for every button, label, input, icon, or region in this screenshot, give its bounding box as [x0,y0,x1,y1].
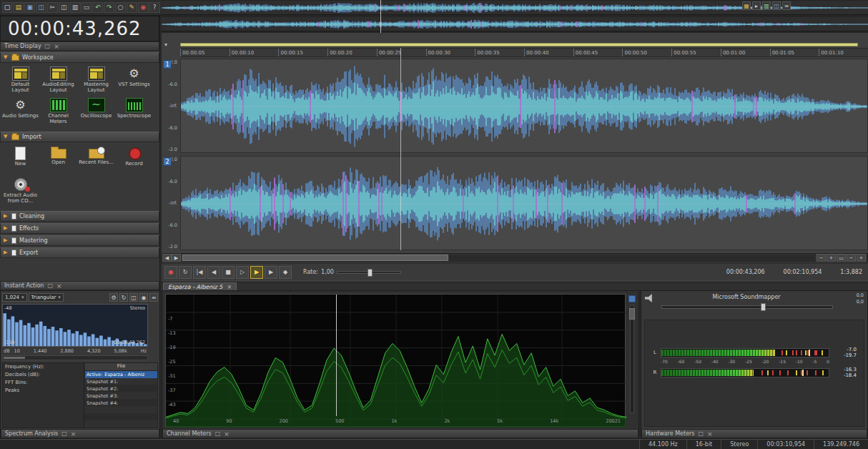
waveform-channel-1[interactable] [180,59,868,153]
import-item[interactable]: Record [115,144,153,175]
tab-close-icon[interactable] [227,284,232,290]
active-file-row[interactable]: Active: Esparza - Albeniz [85,371,157,378]
zoom-out-time-button[interactable]: − [817,254,826,262]
video-view-icon[interactable]: ▸ [752,1,761,10]
import-item[interactable]: Recent Files... [77,144,115,175]
frequency-cursor[interactable] [336,295,337,416]
section-header[interactable]: Cleaning [0,211,159,222]
workspace-item[interactable]: AudioEditing Layout [39,64,77,96]
stop-button[interactable]: ■ [222,266,235,279]
playback-cursor[interactable] [400,48,401,250]
close-panel-icon[interactable] [707,430,713,438]
scroll-left-icon[interactable]: ◀ [162,254,172,262]
go-to-start-button[interactable]: |◀ [193,266,206,279]
waveform-channel-2[interactable] [180,156,868,250]
position-overview-bar[interactable] [180,43,858,46]
open-file-icon[interactable]: ▤ [13,2,24,13]
forward-button[interactable]: ▶ [265,266,277,279]
output-gain-thumb[interactable] [761,303,766,311]
mixer-view-icon[interactable]: ▦ [742,1,751,10]
copy-icon[interactable]: ◫ [59,2,69,13]
zoom-out-level-button[interactable]: − [847,254,856,262]
loop-playback-button[interactable]: ↻ [179,266,192,279]
edit-tool-icon[interactable]: ✎ [127,2,137,13]
close-panel-icon[interactable] [56,282,62,290]
float-panel-icon[interactable] [699,430,704,437]
meter-scale-thumb[interactable] [629,308,635,320]
undo-icon[interactable]: ↶ [92,2,103,13]
spectrum-scrollbar[interactable] [2,355,148,360]
trim-icon[interactable]: ▭ [82,2,92,13]
zoom-in-level-button[interactable]: + [857,254,866,262]
save-all-icon[interactable]: ◫ [36,2,46,13]
scroll-right-icon[interactable]: ▶ [172,254,181,262]
snapshot-row[interactable]: Snapshot #1: [85,378,157,385]
record-indicator-icon[interactable]: ◉ [138,2,149,13]
spectrum-refresh-icon[interactable]: ↻ [119,293,128,302]
ruler-menu-icon[interactable] [164,41,167,48]
play-button[interactable]: ▶ [250,266,263,279]
hardware-meters-title-bar[interactable]: Hardware Meters [641,429,867,438]
horizontal-scrollbar[interactable]: ◀ ▶ −+▭−+ [162,253,868,262]
meter-right-bar[interactable] [661,368,829,378]
spectrum-scrollbar-thumb[interactable] [4,357,25,359]
workspace-section-header[interactable]: Workspace [0,52,159,63]
fft-size-select[interactable]: 1,024 [2,293,27,302]
workspace-item[interactable]: Channel Meters [39,96,77,127]
rate-slider-thumb[interactable] [368,269,373,277]
rewind-button[interactable]: ◀ [207,266,220,279]
more-tools-icon[interactable]: ≡ [782,1,791,10]
scrub-button[interactable]: ◆ [279,266,292,279]
waveform-overview[interactable]: ▦▸▥◫≡ [162,0,868,33]
zoom-tool-icon[interactable]: ○ [115,2,126,13]
channel-meters-title-bar[interactable]: Channel Meters [162,429,638,438]
close-panel-icon[interactable] [71,430,77,438]
close-panel-icon[interactable] [54,43,59,50]
import-item[interactable]: Open [39,144,77,175]
meter-mode-icon[interactable] [628,295,636,302]
meter-scale-scrollbar[interactable] [630,305,634,413]
workspace-item[interactable]: Oscilloscope [77,96,115,127]
channel-2-badge[interactable]: 2 [163,157,172,166]
new-file-icon[interactable]: ▢ [2,2,13,13]
section-header[interactable]: Mastering [0,235,159,246]
close-panel-icon[interactable] [224,430,230,438]
record-button[interactable]: ● [164,266,177,279]
import-item[interactable]: New [1,144,39,175]
spectrum-snapshot-icon[interactable]: ◉ [139,293,148,302]
import-section-header[interactable]: Import [0,132,159,142]
zoom-in-time-button[interactable]: + [827,254,836,262]
spectrum-graph[interactable]: -48 -159 Stereo 00:00:43,262 [2,304,148,347]
section-header[interactable]: Effects [0,223,159,234]
cut-icon[interactable]: ✂ [47,2,58,13]
workspace-item[interactable]: Mastering Layout [77,64,115,96]
spectrum-analysis-title-bar[interactable]: Spectrum Analysis [1,429,159,438]
help-icon[interactable]: ? [149,2,160,13]
overview-cursor[interactable] [380,0,381,33]
play-normal-button[interactable]: ▷ [236,266,249,279]
float-panel-icon[interactable] [47,282,53,289]
meters-view-icon[interactable]: ▥ [762,1,771,10]
workspace-item[interactable]: Audio Settings [1,96,39,127]
speaker-icon[interactable] [645,294,655,302]
rate-slider[interactable] [337,271,401,274]
meter-left-bar[interactable] [661,348,829,357]
import-item[interactable]: Extract Audio from CD... [1,175,39,207]
meter-spectrum-graph[interactable]: -7-13-19-25-31-37-43 40902005001k2k5k14k… [165,294,626,427]
snapshot-row[interactable]: Snapshot #2: [85,385,157,393]
channel-1-badge[interactable]: 1 [163,60,172,69]
float-panel-icon[interactable] [215,430,221,437]
time-display-title-bar[interactable]: Time Display [0,41,159,51]
spectrum-menu-icon[interactable]: ≡ [149,293,158,302]
float-panel-icon[interactable] [45,43,51,49]
workspace-item[interactable]: VST Settings [115,64,153,96]
window-type-select[interactable]: Triangular [29,293,64,302]
spectrum-settings-icon[interactable]: ⚙ [109,293,118,302]
snapshot-row[interactable]: Snapshot #3: [85,393,157,400]
save-icon[interactable]: ▣ [24,2,35,13]
paste-icon[interactable]: ▥ [70,2,81,13]
output-device-name[interactable]: Microsoft Soundmapper [659,294,834,300]
snapshot-row[interactable]: Snapshot #4: [85,400,157,407]
scrollbar-thumb[interactable] [182,255,448,261]
redo-icon[interactable]: ↷ [104,2,114,13]
